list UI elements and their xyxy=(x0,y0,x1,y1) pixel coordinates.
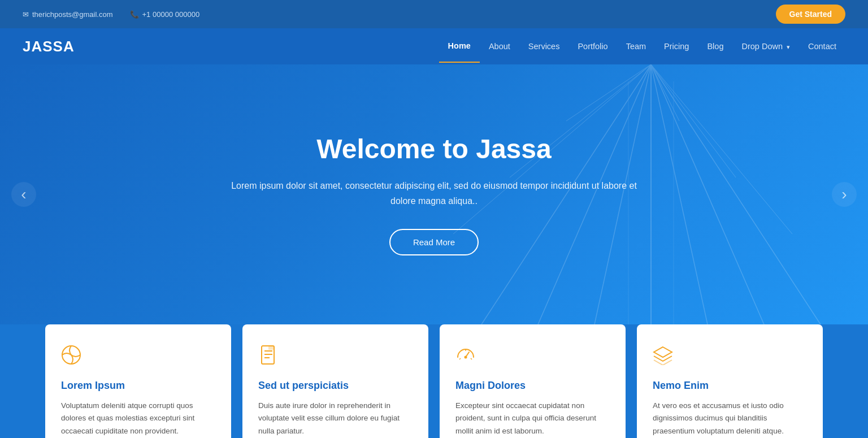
phone-text: +1 00000 000000 xyxy=(142,10,200,19)
top-bar: ✉ therichposts@gmail.com 📞 +1 00000 0000… xyxy=(0,0,868,28)
phone-item: 📞 +1 00000 000000 xyxy=(130,10,200,19)
email-item: ✉ therichposts@gmail.com xyxy=(23,10,113,19)
card-2: Sed ut perspiciatis Duis aute irure dolo… xyxy=(242,324,428,438)
nav-item-home[interactable]: Home xyxy=(439,30,480,63)
svg-point-22 xyxy=(465,356,467,359)
card-1-title: Lorem Ipsum xyxy=(61,380,215,392)
document-icon xyxy=(258,345,413,370)
nav-item-pricing[interactable]: Pricing xyxy=(655,31,698,62)
nav-link-blog[interactable]: Blog xyxy=(698,31,732,62)
top-bar-contact: ✉ therichposts@gmail.com 📞 +1 00000 0000… xyxy=(23,10,199,19)
nav-item-dropdown[interactable]: Drop Down ▾ xyxy=(732,31,799,62)
nav-link-about[interactable]: About xyxy=(480,31,519,62)
get-started-button[interactable]: Get Started xyxy=(776,5,845,24)
hero-content: Welcome to Jassa Lorem ipsum dolor sit a… xyxy=(214,99,654,290)
hero-subtitle: Lorem ipsum dolor sit amet, consectetur … xyxy=(225,178,643,209)
chevron-down-icon: ▾ xyxy=(787,44,790,50)
svg-line-23 xyxy=(459,358,461,359)
hero-cta-button[interactable]: Read More xyxy=(389,229,479,255)
card-4-title: Nemo Enim xyxy=(653,380,807,392)
basketball-icon xyxy=(61,345,215,370)
svg-line-7 xyxy=(651,64,792,234)
nav-link-team[interactable]: Team xyxy=(617,31,655,62)
speedometer-icon xyxy=(455,345,610,370)
svg-line-5 xyxy=(651,64,764,324)
hero-section: ‹ Welcome to Jassa Lorem ipsum dolor sit… xyxy=(0,64,868,324)
nav-item-portfolio[interactable]: Portfolio xyxy=(568,31,617,62)
card-1: Lorem Ipsum Voluptatum deleniti atque co… xyxy=(45,324,231,438)
card-3: Magni Dolores Excepteur sint occaecat cu… xyxy=(440,324,626,438)
nav-link-home[interactable]: Home xyxy=(439,30,480,63)
card-2-title: Sed ut perspiciatis xyxy=(258,380,413,392)
email-text: therichposts@gmail.com xyxy=(32,10,113,19)
nav-links: Home About Services Portfolio Team Prici… xyxy=(439,30,845,63)
nav-item-services[interactable]: Services xyxy=(519,31,569,62)
nav-link-contact[interactable]: Contact xyxy=(799,31,845,62)
layers-icon xyxy=(653,345,807,370)
nav-link-portfolio[interactable]: Portfolio xyxy=(568,31,617,62)
phone-icon: 📞 xyxy=(130,10,139,19)
svg-marker-26 xyxy=(654,347,672,357)
nav-item-about[interactable]: About xyxy=(480,31,519,62)
card-1-text: Voluptatum deleniti atque corrupti quos … xyxy=(61,400,215,437)
svg-line-9 xyxy=(651,64,679,121)
svg-line-6 xyxy=(651,64,821,324)
navbar: JASSA Home About Services Portfolio Team… xyxy=(0,28,868,64)
nav-item-team[interactable]: Team xyxy=(617,31,655,62)
card-2-text: Duis aute irure dolor in reprehenderit i… xyxy=(258,400,413,437)
nav-item-contact[interactable]: Contact xyxy=(799,31,845,62)
hero-title: Welcome to Jassa xyxy=(225,133,643,164)
hero-next-button[interactable]: › xyxy=(832,182,857,207)
card-4: Nemo Enim At vero eos et accusamus et iu… xyxy=(637,324,823,438)
card-3-text: Excepteur sint occaecat cupidatat non pr… xyxy=(455,400,610,437)
card-4-text: At vero eos et accusamus et iusto odio d… xyxy=(653,400,807,437)
cards-grid: Lorem Ipsum Voluptatum deleniti atque co… xyxy=(45,324,823,438)
email-icon: ✉ xyxy=(23,10,29,19)
card-3-title: Magni Dolores xyxy=(455,380,610,392)
nav-item-blog[interactable]: Blog xyxy=(698,31,732,62)
svg-line-4 xyxy=(651,64,708,324)
svg-line-24 xyxy=(471,358,472,359)
hero-prev-button[interactable]: ‹ xyxy=(11,182,36,207)
nav-link-services[interactable]: Services xyxy=(519,31,569,62)
nav-link-dropdown[interactable]: Drop Down ▾ xyxy=(732,31,799,62)
nav-link-pricing[interactable]: Pricing xyxy=(655,31,698,62)
brand-logo: JASSA xyxy=(23,38,75,55)
cards-section: Lorem Ipsum Voluptatum deleniti atque co… xyxy=(0,324,868,438)
